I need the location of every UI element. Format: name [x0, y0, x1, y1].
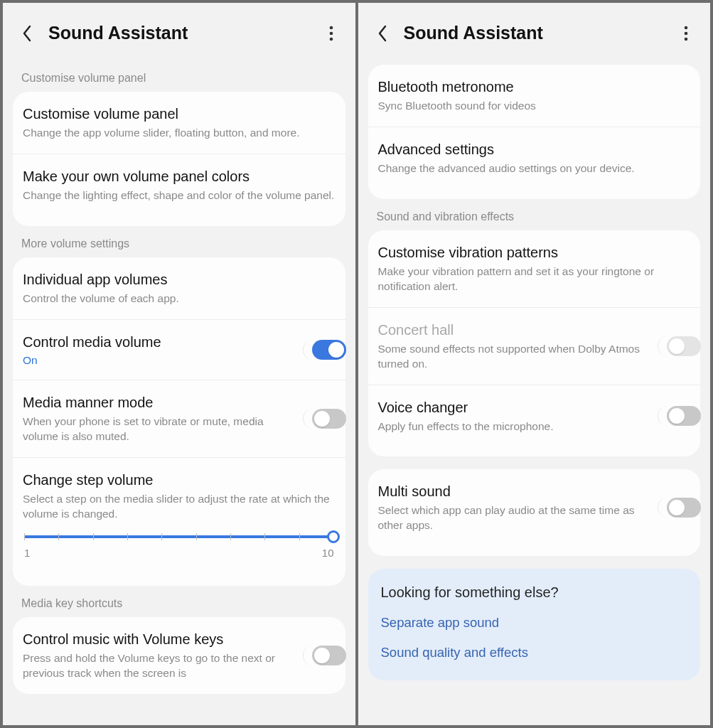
row-customise-volume-panel[interactable]: Customise volume panel Change the app vo…: [13, 92, 345, 154]
page-title: Sound Assistant: [404, 23, 678, 43]
svg-point-4: [685, 31, 688, 35]
svg-point-2: [329, 37, 333, 41]
row-desc: Control the volume of each app.: [23, 291, 336, 306]
row-individual-app-volumes[interactable]: Individual app volumes Control the volum…: [13, 257, 345, 319]
card-customise: Customise volume panel Change the app vo…: [13, 92, 345, 226]
row-title: Control media volume: [23, 333, 287, 351]
row-desc: Change the lighting effect, shape and co…: [23, 188, 336, 203]
content-right: Bluetooth metronome Sync Bluetooth sound…: [358, 60, 711, 725]
back-icon[interactable]: [18, 25, 36, 42]
row-voice-changer[interactable]: Voice changer Apply fun effects to the m…: [368, 385, 701, 447]
slider-thumb[interactable]: [327, 530, 340, 543]
row-title: Voice changer: [378, 398, 643, 417]
page-title: Sound Assistant: [48, 23, 323, 43]
card-multi-sound: Multi sound Select which app can play au…: [368, 469, 701, 556]
row-title: Make your own volume panel colors: [23, 167, 336, 186]
card-advanced: Bluetooth metronome Sync Bluetooth sound…: [368, 65, 701, 199]
row-title: Multi sound: [378, 482, 643, 500]
slider-min-label: 1: [24, 547, 30, 559]
row-title: Media manner mode: [23, 393, 287, 412]
row-customise-vibration[interactable]: Customise vibration patterns Make your v…: [368, 230, 701, 307]
section-label-sound-vibration: Sound and vibration effects: [358, 199, 711, 230]
row-title: Concert hall: [378, 321, 643, 339]
header: Sound Assistant: [3, 3, 355, 60]
row-desc: Sync Bluetooth sound for videos: [378, 99, 691, 114]
section-label-media-key: Media key shortcuts: [3, 586, 355, 617]
row-title: Customise vibration patterns: [378, 243, 691, 262]
card-media-key: Control music with Volume keys Press and…: [13, 617, 345, 694]
row-change-step-volume[interactable]: Change step volume Select a step on the …: [13, 457, 345, 577]
row-title: Control music with Volume keys: [23, 630, 287, 648]
suggestion-title: Looking for something else?: [381, 584, 688, 601]
content-left: Customise volume panel Customise volume …: [3, 60, 355, 725]
svg-point-5: [685, 37, 688, 41]
header: Sound Assistant: [358, 3, 711, 60]
row-media-manner-mode[interactable]: Media manner mode When your phone is set…: [13, 380, 345, 457]
row-desc: When your phone is set to vibrate or mut…: [23, 414, 287, 444]
svg-point-1: [329, 31, 333, 35]
toggle-control-music-volume-keys[interactable]: [303, 646, 337, 665]
row-title: Bluetooth metronome: [378, 77, 691, 96]
row-desc: Press and hold the Volume keys to go to …: [23, 651, 287, 681]
svg-point-3: [685, 26, 688, 29]
row-concert-hall: Concert hall Some sound effects not supp…: [368, 307, 701, 385]
row-title: Customise volume panel: [23, 105, 336, 123]
row-multi-sound[interactable]: Multi sound Select which app can play au…: [368, 469, 701, 546]
row-title: Advanced settings: [378, 140, 691, 159]
screen-right: Sound Assistant Bluetooth metronome Sync…: [358, 3, 711, 725]
row-title: Change step volume: [23, 471, 336, 489]
slider-max-label: 10: [322, 547, 334, 559]
row-desc: Select which app can play audio at the s…: [378, 503, 643, 533]
link-sound-quality-effects[interactable]: Sound quality and effects: [381, 645, 688, 660]
more-icon[interactable]: [323, 25, 340, 42]
section-label-customise: Customise volume panel: [3, 60, 355, 92]
row-desc: Apply fun effects to the microphone.: [378, 419, 643, 434]
row-bluetooth-metronome[interactable]: Bluetooth metronome Sync Bluetooth sound…: [368, 65, 701, 127]
row-status: On: [23, 354, 287, 367]
row-control-music-volume-keys[interactable]: Control music with Volume keys Press and…: [13, 617, 345, 694]
toggle-multi-sound[interactable]: [658, 498, 692, 518]
row-advanced-settings[interactable]: Advanced settings Change the advanced au…: [368, 127, 701, 189]
toggle-control-media-volume[interactable]: [303, 340, 337, 360]
row-desc: Change the advanced audio settings on yo…: [378, 161, 691, 176]
toggle-media-manner-mode[interactable]: [303, 409, 337, 429]
suggestion-card: Looking for something else? Separate app…: [368, 569, 701, 680]
row-desc: Select a step on the media slider to adj…: [23, 492, 336, 522]
back-icon[interactable]: [374, 25, 391, 42]
row-title: Individual app volumes: [23, 270, 336, 289]
toggle-concert-hall: [658, 336, 692, 356]
toggle-voice-changer[interactable]: [658, 406, 692, 426]
row-control-media-volume[interactable]: Control media volume On: [13, 319, 345, 380]
card-more-volume: Individual app volumes Control the volum…: [13, 257, 345, 587]
row-volume-panel-colors[interactable]: Make your own volume panel colors Change…: [13, 154, 345, 216]
link-separate-app-sound[interactable]: Separate app sound: [381, 615, 688, 631]
svg-point-0: [329, 26, 333, 29]
row-desc: Some sound effects not supported when Do…: [378, 342, 643, 372]
step-volume-slider[interactable]: 1 10: [23, 521, 336, 563]
section-label-more-volume: More volume settings: [3, 226, 355, 257]
more-icon[interactable]: [677, 25, 695, 42]
screen-left: Sound Assistant Customise volume panel C…: [3, 3, 355, 725]
row-desc: Change the app volume slider, floating b…: [23, 126, 336, 141]
card-sound-vibration: Customise vibration patterns Make your v…: [368, 230, 701, 457]
row-desc: Make your vibration pattern and set it a…: [378, 264, 691, 294]
